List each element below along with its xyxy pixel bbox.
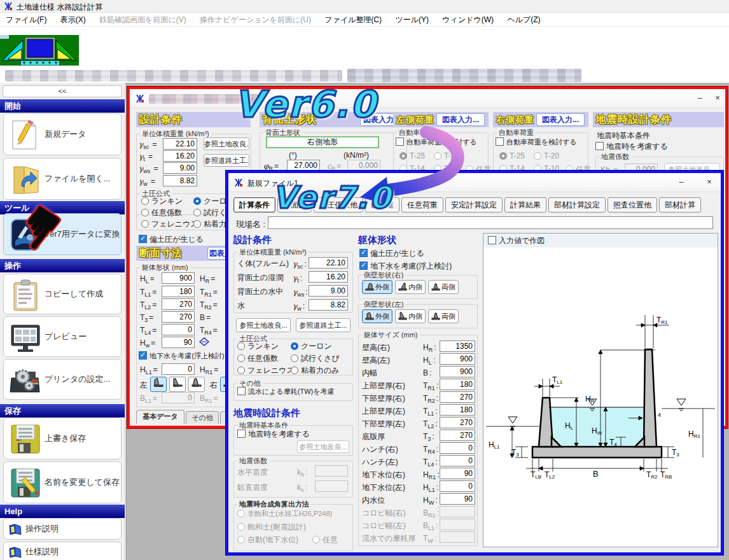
radio-trial-wedge[interactable]: 試行くさび bbox=[291, 353, 340, 364]
menu-help[interactable]: ヘルプ(Z) bbox=[501, 13, 546, 27]
ver6-tab-basic-data[interactable]: 基本データ bbox=[136, 410, 184, 424]
menu-window[interactable]: ウィンドウ(W) bbox=[436, 13, 499, 27]
wall-right-outer-button[interactable]: 外側 bbox=[362, 280, 392, 294]
size-row-input[interactable] bbox=[440, 430, 475, 441]
sidebar-splitter[interactable] bbox=[125, 83, 127, 560]
wall-shape-icon bbox=[398, 312, 407, 320]
ver6-seismic-checkbox[interactable]: 地震時を考慮する bbox=[595, 141, 668, 152]
draw-with-inputs-checkbox[interactable]: 入力値で作図 bbox=[488, 236, 545, 245]
size-row-input[interactable] bbox=[440, 455, 475, 466]
ver6-groundwater-checkbox[interactable]: 地下水を考慮(浮上検討) bbox=[139, 351, 225, 361]
size-row-input[interactable] bbox=[440, 468, 475, 479]
wall-right-both-button[interactable]: 両側 bbox=[428, 280, 459, 294]
ver6-wall-shape-left-2-button[interactable] bbox=[169, 377, 186, 392]
ver7-ref-road-earthwork-button[interactable]: 参照道路土工... bbox=[296, 318, 351, 332]
gamma-t-input[interactable] bbox=[309, 271, 348, 283]
menu-file-organize[interactable]: ファイル整理(C) bbox=[319, 13, 387, 27]
sidebar-item-printer-settings[interactable]: プリンタの設定... bbox=[3, 359, 122, 400]
sidebar-item-copy-create[interactable]: コピーして作成 bbox=[3, 274, 122, 314]
size-row-input[interactable] bbox=[440, 493, 475, 505]
dim-hl-input[interactable] bbox=[162, 272, 195, 284]
gamma-sc-input[interactable] bbox=[309, 257, 348, 269]
dim-tl1-input[interactable] bbox=[162, 286, 195, 297]
ver7-seismic-checkbox[interactable]: 地震時を考慮する bbox=[237, 429, 310, 440]
wall-left-inner-button[interactable]: 内側 bbox=[395, 309, 426, 323]
tab-check-positions[interactable]: 照査位置他 bbox=[608, 197, 657, 213]
tab-member-calc[interactable]: 部材計算 bbox=[659, 197, 701, 213]
ver6-close-button[interactable]: × bbox=[710, 92, 725, 104]
size-row-input[interactable] bbox=[440, 480, 475, 492]
ver6-minimize-button[interactable]: – bbox=[692, 92, 707, 104]
size-row-input[interactable] bbox=[440, 404, 475, 416]
ver7-close-button[interactable]: × bbox=[702, 176, 717, 188]
size-row-input[interactable] bbox=[440, 417, 475, 428]
flow-abrasion-checkbox[interactable]: 流水による摩耗(TW)を考慮 bbox=[237, 387, 334, 396]
site-name-input[interactable] bbox=[268, 216, 713, 229]
dim-tl2-input[interactable] bbox=[162, 298, 195, 310]
size-row-input[interactable] bbox=[440, 391, 475, 403]
size-row-input[interactable] bbox=[440, 366, 475, 377]
reference-book-icon[interactable] bbox=[198, 337, 210, 347]
wall-left-outer-button[interactable]: 外側 bbox=[362, 309, 392, 323]
group-label: 躯体形状 (mm) bbox=[140, 263, 190, 272]
sidebar-item-preview[interactable]: プレビュー bbox=[3, 316, 122, 357]
gamma-sc-label: γsc = bbox=[139, 140, 158, 150]
wall-left-label: 左 bbox=[140, 380, 148, 391]
ver7-ref-land-improvement-button[interactable]: 参照土地改良... bbox=[236, 318, 291, 332]
dim-hl1-input[interactable] bbox=[162, 363, 195, 375]
ver6-wall-shape-left-1-button[interactable] bbox=[150, 377, 167, 392]
tab-member-calc-settings[interactable]: 部材計算設定 bbox=[548, 197, 606, 213]
ver7-window: 新規ファイル1 – × 計算条件 背面土 土圧係数他 載荷重 任意荷重 安定計算… bbox=[226, 171, 723, 555]
radio-arbitrary-coef[interactable]: 任意係数 bbox=[237, 353, 278, 364]
size-row-input[interactable] bbox=[440, 442, 475, 454]
size-row-input[interactable] bbox=[440, 379, 475, 390]
wall-shape-icon bbox=[365, 283, 374, 291]
wall-right-inner-button[interactable]: 内側 bbox=[395, 280, 426, 294]
menu-file[interactable]: ファイル(F) bbox=[0, 13, 52, 27]
gamma-w-input[interactable] bbox=[309, 299, 348, 311]
sidebar-item-help-operations[interactable]: 操作説明 bbox=[3, 518, 122, 540]
gamma-ws-sym: γws: bbox=[293, 288, 309, 298]
ver6-ref-land-improvement-button[interactable]: 参照土地改良... bbox=[204, 137, 249, 150]
tab-calc-conditions[interactable]: 計算条件 bbox=[233, 197, 275, 213]
dim-hw-input[interactable] bbox=[162, 337, 195, 348]
ver7-minimize-button[interactable]: – bbox=[674, 176, 689, 188]
sidebar-item-help-spec[interactable]: 仕様説明 bbox=[3, 542, 122, 560]
sidebar-item-save-as[interactable]: 名前を変更して保存 bbox=[3, 461, 122, 503]
backfill-wet-label: 背面土の湿潤 bbox=[237, 272, 283, 283]
ver6-tab-other[interactable]: その他 bbox=[186, 411, 219, 424]
dim-tr4-label: TR4= bbox=[200, 326, 219, 336]
radio-fellenius[interactable]: フェレニウス bbox=[141, 219, 198, 230]
gamma-t-input[interactable] bbox=[163, 150, 197, 162]
size-row-input[interactable] bbox=[440, 353, 475, 365]
sidebar-item-new-data[interactable]: 新規データ bbox=[3, 113, 122, 155]
radio-arbitrary-coef[interactable]: 任意係数 bbox=[141, 207, 182, 218]
ver6-bias-pressure-checkbox[interactable]: 偏土圧が生じる bbox=[139, 234, 204, 245]
menu-view[interactable]: 表示(X) bbox=[55, 13, 92, 27]
radio-coulomb[interactable]: クーロン bbox=[291, 341, 332, 352]
gamma-ws-input[interactable] bbox=[309, 285, 348, 297]
gamma-sc-input[interactable] bbox=[163, 138, 197, 150]
ver6-wall-shape-left-3-button[interactable] bbox=[188, 377, 205, 392]
size-row-input[interactable] bbox=[440, 340, 475, 352]
phi-r-input[interactable] bbox=[287, 160, 320, 171]
sidebar-item-save[interactable]: 上書き保存 bbox=[3, 417, 122, 459]
radio-fellenius[interactable]: フェレニウス bbox=[237, 365, 295, 376]
ver7-design-header: 設計条件 bbox=[233, 234, 272, 246]
dim-t3-input[interactable] bbox=[162, 311, 195, 323]
ver7-bias-pressure-checkbox[interactable]: 偏土圧が生じる bbox=[359, 248, 424, 259]
ver6-ref-road-earthwork-button[interactable]: 参照道路土工... bbox=[204, 154, 249, 167]
radio-rankine[interactable]: ランキン bbox=[237, 341, 279, 352]
tab-calc-results[interactable]: 計算結果 bbox=[504, 197, 546, 213]
ver6-right-load-chart-input-button[interactable]: 図表入力... bbox=[536, 113, 585, 126]
radio-cohesion-only[interactable]: 粘着力のみ bbox=[291, 365, 340, 376]
gamma-ws-input[interactable] bbox=[163, 162, 197, 174]
dim-tl4-input[interactable] bbox=[162, 324, 195, 335]
wall-shape-icon bbox=[431, 283, 440, 291]
gamma-w-input[interactable] bbox=[163, 175, 197, 186]
radio-rankine[interactable]: ランキン bbox=[141, 196, 183, 207]
wall-left-both-button[interactable]: 両側 bbox=[428, 309, 459, 323]
menu-tools[interactable]: ツール(Y) bbox=[389, 13, 434, 27]
sidebar-collapse-button[interactable]: << bbox=[3, 85, 122, 97]
ver6-right-vehicle-checkbox[interactable]: 自動車荷重を検討する bbox=[496, 137, 577, 147]
